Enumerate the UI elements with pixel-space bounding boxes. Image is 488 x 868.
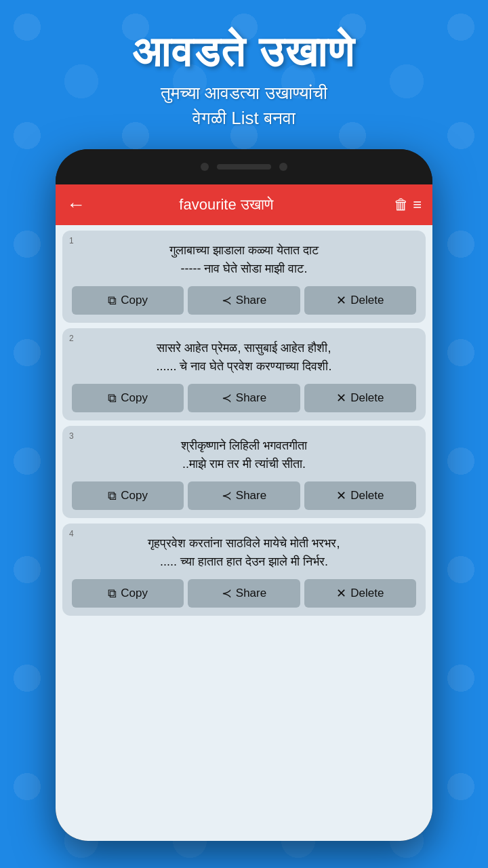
list-item: 2सासरे आहेत प्रेमळ, सासुबाई आहेत हौशी, .… [62, 328, 426, 420]
list-item: 3श्रीकृष्णाने लिहिली भगवतगीता ..माझे राम… [62, 426, 426, 518]
sub-title-line1: तुमच्या आवडत्या उखाण्यांची [161, 83, 327, 103]
copy-label: Copy [121, 489, 148, 502]
sub-title-line2: वेगळी List बनवा [192, 108, 296, 128]
top-header: आवडते उखाणे तुमच्या आवडत्या उखाण्यांची व… [0, 0, 488, 159]
phone-frame: ← favourite उखाणे 🗑 ≡ 1गुलाबाच्या झाडाला… [56, 149, 432, 841]
delete-button[interactable]: ✕Delete [304, 384, 416, 412]
app-bar-actions: 🗑 ≡ [394, 196, 422, 214]
copy-icon: ⧉ [108, 587, 117, 601]
delete-button[interactable]: ✕Delete [304, 579, 416, 608]
share-button[interactable]: ≺Share [188, 579, 300, 608]
share-label: Share [236, 587, 266, 600]
share-icon: ≺ [222, 391, 232, 406]
card-text: गृहप्रवेश करतांना साठविले मायेचे मोती भर… [72, 534, 416, 571]
back-button[interactable]: ← [66, 195, 85, 214]
list-item: 4गृहप्रवेश करतांना साठविले मायेचे मोती भ… [62, 524, 426, 616]
delete-button[interactable]: ✕Delete [304, 481, 416, 510]
share-label: Share [236, 391, 266, 405]
card-actions: ⧉Copy≺Share✕Delete [72, 384, 416, 412]
copy-button[interactable]: ⧉Copy [72, 384, 184, 412]
app-bar-title: favourite उखाणे [94, 196, 359, 214]
phone-screen: ← favourite उखाणे 🗑 ≡ 1गुलाबाच्या झाडाला… [56, 184, 432, 841]
copy-button[interactable]: ⧉Copy [72, 286, 184, 315]
list-item: 1गुलाबाच्या झाडाला कळ्या येतात दाट -----… [62, 231, 426, 323]
copy-label: Copy [121, 391, 148, 405]
sub-title: तुमच्या आवडत्या उखाण्यांची वेगळी List बन… [161, 81, 327, 130]
app-bar: ← favourite उखाणे 🗑 ≡ [56, 184, 432, 225]
share-label: Share [236, 294, 266, 307]
card-number: 1 [69, 236, 74, 245]
phone-camera [201, 163, 209, 171]
delete-icon: ✕ [336, 586, 346, 601]
content-area: 1गुलाबाच्या झाडाला कळ्या येतात दाट -----… [56, 225, 432, 841]
card-text: सासरे आहेत प्रेमळ, सासुबाई आहेत हौशी, ..… [72, 339, 416, 376]
phone-top-bar [56, 149, 432, 184]
delete-all-button[interactable]: 🗑 [394, 196, 409, 214]
delete-label: Delete [350, 587, 384, 600]
delete-label: Delete [350, 294, 384, 307]
delete-icon: ✕ [336, 391, 346, 406]
phone-camera-2 [279, 163, 287, 171]
share-button[interactable]: ≺Share [188, 286, 300, 315]
card-actions: ⧉Copy≺Share✕Delete [72, 481, 416, 510]
share-button[interactable]: ≺Share [188, 384, 300, 412]
phone-speaker [217, 164, 271, 170]
copy-icon: ⧉ [108, 391, 117, 406]
delete-icon: ✕ [336, 293, 346, 308]
card-actions: ⧉Copy≺Share✕Delete [72, 286, 416, 315]
card-number: 4 [69, 529, 74, 538]
copy-icon: ⧉ [108, 489, 117, 503]
list-button[interactable]: ≡ [413, 196, 422, 214]
card-text: गुलाबाच्या झाडाला कळ्या येतात दाट ----- … [72, 241, 416, 278]
delete-label: Delete [350, 391, 384, 405]
copy-icon: ⧉ [108, 294, 117, 308]
card-text: श्रीकृष्णाने लिहिली भगवतगीता ..माझे राम … [72, 437, 416, 473]
card-actions: ⧉Copy≺Share✕Delete [72, 579, 416, 608]
main-title: आवडते उखाणे [133, 29, 355, 75]
delete-button[interactable]: ✕Delete [304, 286, 416, 315]
copy-button[interactable]: ⧉Copy [72, 579, 184, 608]
card-number: 3 [69, 431, 74, 441]
share-icon: ≺ [222, 586, 232, 601]
copy-label: Copy [121, 587, 148, 600]
share-icon: ≺ [222, 488, 232, 503]
copy-label: Copy [121, 294, 148, 307]
share-icon: ≺ [222, 293, 232, 308]
share-button[interactable]: ≺Share [188, 481, 300, 510]
delete-label: Delete [350, 489, 384, 502]
delete-icon: ✕ [336, 488, 346, 503]
card-number: 2 [69, 334, 74, 343]
copy-button[interactable]: ⧉Copy [72, 481, 184, 510]
share-label: Share [236, 489, 266, 502]
